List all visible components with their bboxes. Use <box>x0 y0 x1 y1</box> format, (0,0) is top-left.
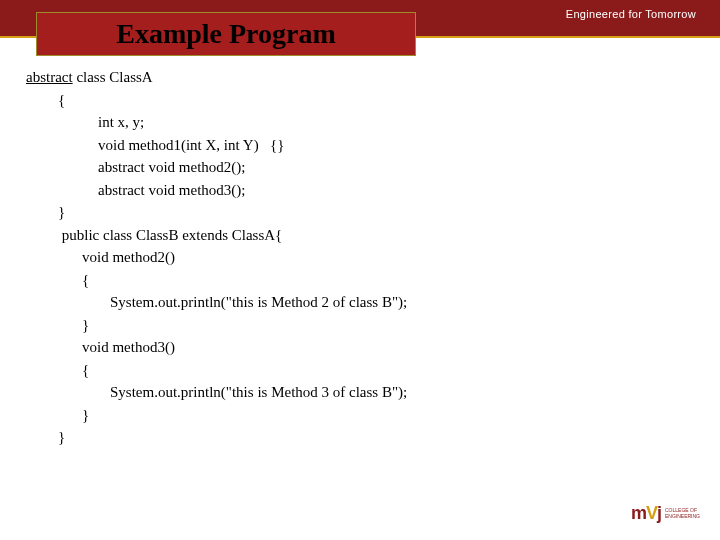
code-line: int x, y; <box>26 111 407 134</box>
code-block: abstract class ClassA { int x, y; void m… <box>26 66 407 449</box>
code-line: void method1(int X, int Y) {} <box>26 134 407 157</box>
code-line: abstract class ClassA <box>26 66 407 89</box>
code-line: void method3() <box>26 336 407 359</box>
brand-logo: mVj COLLEGE OF ENGINEERING <box>631 503 700 524</box>
code-line: } <box>26 201 407 224</box>
code-line: System.out.println("this is Method 3 of … <box>26 381 407 404</box>
code-line: abstract void method2(); <box>26 156 407 179</box>
code-line: { <box>26 89 407 112</box>
code-line: { <box>26 359 407 382</box>
code-line: abstract void method3(); <box>26 179 407 202</box>
code-line: public class ClassB extends ClassA{ <box>26 224 407 247</box>
tagline: Engineered for Tomorrow <box>566 8 696 20</box>
code-line: } <box>26 404 407 427</box>
logo-mark: mVj <box>631 503 661 524</box>
title-block: Example Program <box>36 12 416 56</box>
code-line: System.out.println("this is Method 2 of … <box>26 291 407 314</box>
code-line: void method2() <box>26 246 407 269</box>
code-line: { <box>26 269 407 292</box>
logo-text: COLLEGE OF ENGINEERING <box>665 508 700 519</box>
code-line: } <box>26 426 407 449</box>
slide-title: Example Program <box>116 18 336 50</box>
code-line: } <box>26 314 407 337</box>
